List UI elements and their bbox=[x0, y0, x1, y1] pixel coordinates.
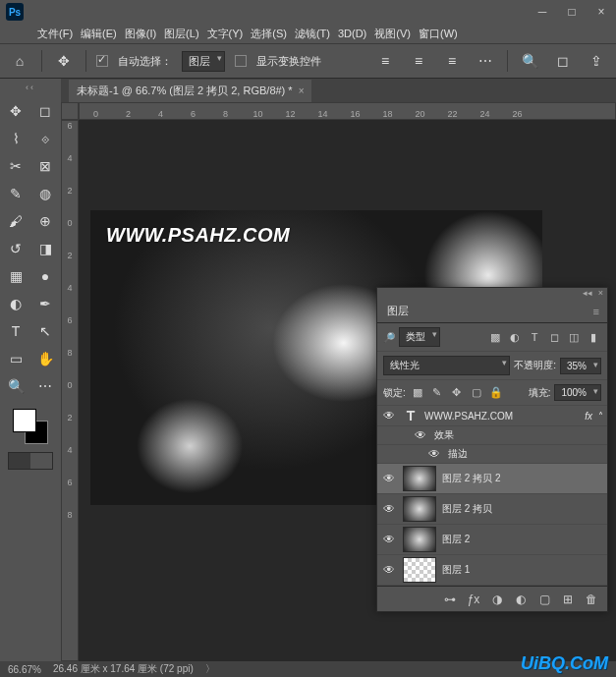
layer-item[interactable]: 👁 T WWW.PSAHZ.COM fx ˄ bbox=[377, 406, 607, 426]
layers-tab[interactable]: 图层 bbox=[377, 300, 419, 322]
hand-tool[interactable]: ✋ bbox=[31, 346, 59, 371]
adjustment-layer-icon[interactable]: ◐ bbox=[513, 592, 529, 607]
menu-filter[interactable]: 滤镜(T) bbox=[295, 27, 330, 41]
panel-collapse-icon[interactable]: ◂◂ bbox=[583, 288, 592, 300]
visibility-icon[interactable]: 👁 bbox=[381, 472, 397, 485]
marquee-tool[interactable]: ◻ bbox=[31, 98, 59, 124]
fx-badge[interactable]: fx bbox=[585, 411, 592, 422]
eyedropper-tool[interactable]: ✎ bbox=[2, 181, 29, 206]
layer-thumbnail[interactable] bbox=[403, 466, 436, 491]
menu-select[interactable]: 选择(S) bbox=[251, 27, 287, 41]
type-tool[interactable]: T bbox=[2, 318, 29, 344]
layer-thumbnail[interactable] bbox=[403, 557, 436, 583]
fx-group[interactable]: 👁 效果 bbox=[377, 426, 607, 445]
minimize-button[interactable]: ─ bbox=[528, 0, 557, 24]
doc-info-expand-icon[interactable]: 〉 bbox=[205, 662, 215, 676]
lock-all-icon[interactable]: 🔒 bbox=[488, 385, 504, 401]
group-icon[interactable]: ▢ bbox=[536, 592, 552, 607]
lock-pixels-icon[interactable]: ✎ bbox=[429, 385, 445, 401]
layer-name[interactable]: 图层 2 拷贝 2 bbox=[442, 472, 500, 485]
ruler-horizontal[interactable]: 02468101214161820222426 bbox=[79, 102, 616, 120]
layer-name[interactable]: 图层 2 拷贝 bbox=[442, 502, 492, 516]
ruler-vertical[interactable]: 6420246802468 bbox=[61, 120, 79, 661]
maximize-button[interactable]: □ bbox=[557, 0, 587, 24]
link-layers-icon[interactable]: ⊶ bbox=[442, 592, 458, 607]
layer-item[interactable]: 👁 图层 2 拷贝 2 bbox=[377, 464, 607, 494]
menu-layer[interactable]: 图层(L) bbox=[164, 27, 198, 41]
align-icon-3[interactable]: ≡ bbox=[440, 49, 464, 73]
visibility-icon[interactable]: 👁 bbox=[381, 563, 397, 577]
filter-adjust-icon[interactable]: ◐ bbox=[507, 329, 523, 345]
heal-tool[interactable]: ◍ bbox=[31, 181, 59, 206]
opacity-input[interactable]: 35% bbox=[560, 358, 601, 374]
history-brush-tool[interactable]: ↺ bbox=[2, 236, 29, 261]
filter-search-icon[interactable]: 🔎 bbox=[383, 332, 395, 343]
visibility-icon[interactable]: 👁 bbox=[426, 447, 442, 461]
menu-3d[interactable]: 3D(D) bbox=[338, 28, 366, 39]
quickmask-toggle[interactable] bbox=[8, 452, 53, 470]
new-layer-icon[interactable]: ⊞ bbox=[560, 592, 576, 607]
color-swatches[interactable] bbox=[13, 409, 48, 444]
more-icon[interactable]: ⋯ bbox=[474, 49, 497, 73]
layer-name[interactable]: 图层 2 bbox=[442, 533, 470, 546]
layer-item[interactable]: 👁 图层 2 bbox=[377, 525, 607, 555]
layer-name[interactable]: 图层 1 bbox=[442, 563, 470, 577]
frame-icon[interactable]: ◻ bbox=[551, 49, 575, 73]
layer-thumbnail[interactable] bbox=[403, 527, 436, 552]
edit-toolbar[interactable]: ⋯ bbox=[31, 373, 59, 399]
expand-fx-icon[interactable]: ˄ bbox=[598, 411, 603, 422]
fill-input[interactable]: 100% bbox=[554, 384, 601, 401]
foreground-swatch[interactable] bbox=[13, 409, 36, 432]
filter-shape-icon[interactable]: ◻ bbox=[546, 329, 562, 345]
gradient-tool[interactable]: ▦ bbox=[2, 263, 29, 289]
transform-checkbox[interactable] bbox=[235, 55, 247, 67]
auto-select-checkbox[interactable] bbox=[96, 55, 108, 67]
frame-tool[interactable]: ⊠ bbox=[31, 153, 59, 179]
delete-layer-icon[interactable]: 🗑 bbox=[584, 592, 599, 607]
menu-window[interactable]: 窗口(W) bbox=[419, 27, 458, 41]
zoom-tool[interactable]: 🔍 bbox=[2, 373, 29, 399]
filter-toggle-icon[interactable]: ▮ bbox=[586, 329, 601, 345]
tab-close-icon[interactable]: × bbox=[299, 85, 305, 96]
filter-pixel-icon[interactable]: ▩ bbox=[487, 329, 503, 345]
align-icon-2[interactable]: ≡ bbox=[407, 49, 430, 73]
menu-view[interactable]: 视图(V) bbox=[374, 27, 411, 41]
align-icon-1[interactable]: ≡ bbox=[373, 49, 397, 73]
auto-select-dropdown[interactable]: 图层 bbox=[182, 51, 225, 72]
move-tool-icon[interactable]: ✥ bbox=[52, 49, 76, 73]
lock-position-icon[interactable]: ✥ bbox=[449, 385, 465, 401]
visibility-icon[interactable]: 👁 bbox=[381, 533, 397, 546]
path-tool[interactable]: ↖ bbox=[31, 318, 59, 344]
stamp-tool[interactable]: ⊕ bbox=[31, 208, 59, 234]
dodge-tool[interactable]: ◐ bbox=[2, 291, 29, 316]
menu-type[interactable]: 文字(Y) bbox=[207, 27, 244, 41]
wand-tool[interactable]: ⟐ bbox=[31, 126, 59, 151]
fx-item[interactable]: 👁 描边 bbox=[377, 445, 607, 464]
shape-tool[interactable]: ▭ bbox=[2, 346, 29, 371]
brush-tool[interactable]: 🖌 bbox=[2, 208, 29, 234]
blend-mode-dropdown[interactable]: 线性光 bbox=[383, 356, 510, 375]
home-icon[interactable]: ⌂ bbox=[8, 49, 31, 73]
lasso-tool[interactable]: ⌇ bbox=[2, 126, 29, 151]
panel-close-icon[interactable]: × bbox=[598, 288, 603, 300]
filter-smart-icon[interactable]: ◫ bbox=[566, 329, 582, 345]
eraser-tool[interactable]: ◨ bbox=[31, 236, 59, 261]
lock-artboard-icon[interactable]: ▢ bbox=[469, 385, 484, 401]
document-info[interactable]: 26.46 厘米 x 17.64 厘米 (72 ppi) bbox=[53, 662, 194, 676]
document-tab[interactable]: 未标题-1 @ 66.7% (图层 2 拷贝 2, RGB/8#) * × bbox=[69, 80, 311, 102]
zoom-level[interactable]: 66.67% bbox=[8, 664, 41, 675]
blur-tool[interactable]: ● bbox=[31, 263, 59, 289]
visibility-icon[interactable]: 👁 bbox=[381, 409, 397, 423]
ruler-origin[interactable] bbox=[61, 102, 79, 120]
move-tool[interactable]: ✥ bbox=[2, 98, 29, 124]
layer-item[interactable]: 👁 图层 1 bbox=[377, 555, 607, 586]
pen-tool[interactable]: ✒ bbox=[31, 291, 59, 316]
share-icon[interactable]: ⇪ bbox=[585, 49, 608, 73]
expand-tools-icon[interactable]: ‹‹ bbox=[0, 83, 61, 96]
visibility-icon[interactable]: 👁 bbox=[381, 502, 397, 516]
filter-type-icon[interactable]: T bbox=[527, 329, 542, 345]
search-icon[interactable]: 🔍 bbox=[518, 49, 541, 73]
menu-file[interactable]: 文件(F) bbox=[37, 27, 73, 41]
layer-item[interactable]: 👁 图层 2 拷贝 bbox=[377, 494, 607, 525]
close-button[interactable]: × bbox=[587, 0, 616, 24]
